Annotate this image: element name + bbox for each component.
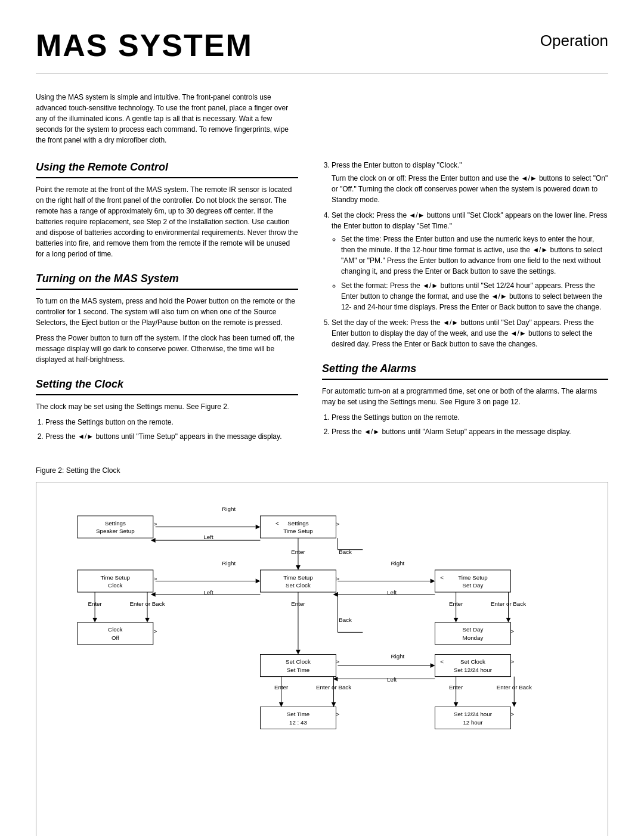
svg-rect-7 xyxy=(260,516,336,538)
svg-marker-88 xyxy=(279,702,284,707)
svg-rect-0 xyxy=(78,516,153,538)
svg-text:>: > xyxy=(510,628,514,635)
svg-text:Settings: Settings xyxy=(105,520,126,527)
svg-rect-98 xyxy=(260,707,336,729)
section-body-clock: The clock may be set using the Settings … xyxy=(36,401,298,442)
svg-text:Clock: Clock xyxy=(108,582,123,589)
svg-text:Back: Back xyxy=(339,549,352,555)
section-body-turning-on: To turn on the MAS system, press and hol… xyxy=(36,296,298,365)
page-title: MAS SYSTEM xyxy=(36,24,253,67)
right-step-5: Set the day of the week: Press the ◄/► b… xyxy=(332,317,608,349)
right-step-4: Set the clock: Press the ◄/► buttons unt… xyxy=(332,210,608,312)
svg-marker-14 xyxy=(151,538,156,543)
clock-step-1: Press the Settings button on the remote. xyxy=(45,417,298,428)
svg-marker-6 xyxy=(256,525,261,530)
svg-text:Right: Right xyxy=(222,506,236,512)
svg-marker-62 xyxy=(506,618,511,623)
section-title-alarms: Setting the Alarms xyxy=(322,361,608,380)
figure-label: Figure 2: Setting the Clock xyxy=(36,466,608,476)
section-title-turning-on: Turning on the MAS System xyxy=(36,271,298,290)
svg-text:>: > xyxy=(510,711,514,717)
two-col-layout: Using the Remote Control Point the remot… xyxy=(36,160,608,454)
step4-bullets: Set the time: Press the Enter button and… xyxy=(332,234,608,312)
svg-rect-72 xyxy=(260,655,336,677)
svg-marker-17 xyxy=(296,565,301,570)
clock-steps: Press the Settings button on the remote.… xyxy=(36,417,298,442)
svg-text:12 hour: 12 hour xyxy=(463,719,483,726)
svg-text:Right: Right xyxy=(391,560,405,566)
svg-marker-50 xyxy=(145,618,150,623)
svg-text:Back: Back xyxy=(339,617,352,623)
clock-step-2: Press the ◄/► buttons until "Time Setup"… xyxy=(45,431,298,442)
svg-text:Clock: Clock xyxy=(108,627,123,633)
svg-marker-59 xyxy=(454,618,459,623)
svg-text:Set Day: Set Day xyxy=(463,627,484,633)
svg-marker-27 xyxy=(256,579,261,584)
right-steps-list: Press the Enter button to display "Clock… xyxy=(322,160,608,349)
section-setting-clock: Setting the Clock The clock may be set u… xyxy=(36,377,298,442)
page: MAS SYSTEM Operation Using the MAS syste… xyxy=(0,0,644,836)
svg-text:Settings: Settings xyxy=(287,520,308,527)
svg-marker-47 xyxy=(92,618,97,623)
section-body-right: Press the Enter button to display "Clock… xyxy=(322,160,608,349)
svg-text:Time Setup: Time Setup xyxy=(101,574,131,581)
svg-text:Set Clock: Set Clock xyxy=(460,658,485,665)
svg-rect-38 xyxy=(435,570,510,592)
svg-marker-77 xyxy=(431,663,435,668)
section-body-alarms: For automatic turn-on at a programmed ti… xyxy=(322,386,608,437)
svg-text:>: > xyxy=(510,658,514,665)
page-header: MAS SYSTEM Operation xyxy=(36,24,608,74)
svg-rect-102 xyxy=(435,707,510,729)
svg-text:>: > xyxy=(336,711,340,717)
svg-text:>: > xyxy=(154,521,157,527)
svg-text:Set 12/24 hour: Set 12/24 hour xyxy=(454,667,493,673)
section-setting-alarms: Setting the Alarms For automatic turn-on… xyxy=(322,361,608,437)
section-title-clock: Setting the Clock xyxy=(36,377,298,395)
col-left: Using the Remote Control Point the remot… xyxy=(36,160,298,454)
svg-text:Off: Off xyxy=(112,634,119,641)
alarm-step-2: Press the ◄/► buttons until "Alarm Setup… xyxy=(332,426,608,437)
svg-text:Left: Left xyxy=(387,677,397,683)
svg-text:Set Clock: Set Clock xyxy=(286,658,311,665)
svg-text:Time Setup: Time Setup xyxy=(458,574,488,581)
section-body-remote: Point the remote at the front of the MAS… xyxy=(36,184,298,259)
svg-text:Set Clock: Set Clock xyxy=(286,582,311,589)
svg-text:12 : 43: 12 : 43 xyxy=(289,719,307,726)
bullet-set-time: Set the time: Press the Enter button and… xyxy=(341,234,608,277)
section-title-remote: Using the Remote Control xyxy=(36,160,298,178)
svg-text:Set Time: Set Time xyxy=(287,667,309,673)
svg-text:Monday: Monday xyxy=(463,634,484,641)
svg-text:>: > xyxy=(336,658,340,665)
intro-text: Using the MAS system is simple and intui… xyxy=(36,92,298,145)
diagram-svg: Settings Speaker Setup > Right < Setting… xyxy=(48,494,596,836)
svg-text:Right: Right xyxy=(391,654,405,660)
svg-rect-21 xyxy=(78,570,153,592)
svg-marker-53 xyxy=(296,650,301,655)
section-remote-control: Using the Remote Control Point the remot… xyxy=(36,160,298,259)
svg-marker-94 xyxy=(454,702,459,707)
svg-text:Speaker Setup: Speaker Setup xyxy=(96,528,135,535)
section-turning-on: Turning on the MAS System To turn on the… xyxy=(36,271,298,365)
svg-text:<: < xyxy=(275,520,279,527)
diagram-container: Settings Speaker Setup > Right < Setting… xyxy=(48,494,596,836)
svg-rect-63 xyxy=(78,623,153,645)
svg-marker-44 xyxy=(333,592,338,597)
svg-marker-37 xyxy=(431,579,435,584)
svg-text:Set 12/24 hour: Set 12/24 hour xyxy=(454,711,493,717)
svg-marker-34 xyxy=(151,592,156,597)
svg-text:<: < xyxy=(440,658,444,665)
svg-text:Set Day: Set Day xyxy=(463,582,484,589)
svg-text:Time Setup: Time Setup xyxy=(283,528,313,535)
svg-marker-91 xyxy=(332,702,336,707)
svg-text:<: < xyxy=(440,574,444,581)
svg-marker-97 xyxy=(512,702,516,707)
diagram: Settings Speaker Setup > Right < Setting… xyxy=(36,482,608,836)
svg-rect-67 xyxy=(435,623,510,645)
svg-rect-78 xyxy=(435,655,510,677)
svg-rect-28 xyxy=(260,570,336,592)
svg-text:Time Setup: Time Setup xyxy=(283,574,313,581)
alarm-steps: Press the Settings button on the remote.… xyxy=(322,412,608,437)
svg-text:Set Time: Set Time xyxy=(287,711,309,717)
svg-text:Right: Right xyxy=(222,560,236,566)
bullet-set-format: Set the format: Press the ◄/► buttons un… xyxy=(341,280,608,312)
